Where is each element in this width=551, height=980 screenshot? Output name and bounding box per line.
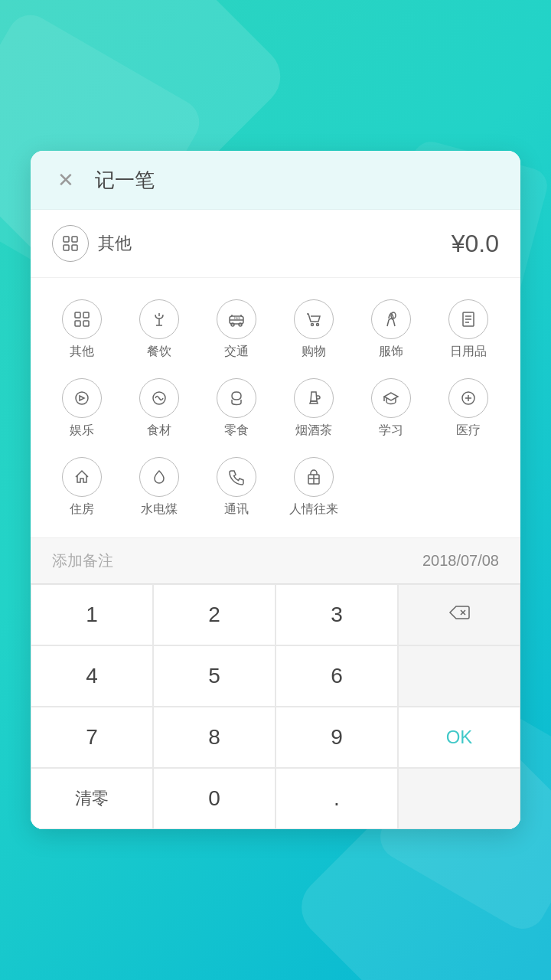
cat-icon-jiaotong: bus	[217, 299, 256, 339]
cat-icon-fushi	[371, 299, 411, 339]
cat-label-shicai: 食材	[147, 423, 171, 439]
svg-rect-1	[72, 237, 77, 242]
note-date-row: 添加备注 2018/07/08	[31, 537, 520, 583]
key-4[interactable]: 4	[31, 645, 153, 707]
cat-item-gouwu[interactable]: 购物	[275, 293, 352, 366]
svg-point-12	[311, 324, 313, 326]
key-empty-1	[398, 645, 520, 707]
amount-row: 其他 ¥0.0	[31, 210, 520, 278]
cat-row-2: 娱乐 食材 零食	[43, 372, 508, 445]
numpad: 1 2 3 4 5 6 7 8 9 OK 清零 0 .	[31, 583, 520, 829]
cat-label-fushi: 服饰	[379, 344, 403, 360]
date-display[interactable]: 2018/07/08	[422, 552, 499, 570]
svg-rect-7	[83, 321, 89, 326]
cat-icon-shicai	[139, 378, 179, 418]
cat-icon-gouwu	[294, 299, 334, 339]
key-7[interactable]: 7	[31, 707, 153, 768]
cat-icon-yule	[62, 378, 102, 418]
category-grid: 其他 餐饮 bus	[31, 278, 520, 537]
key-9[interactable]: 9	[276, 707, 398, 768]
key-dot[interactable]: .	[276, 768, 398, 829]
selected-cat-icon	[52, 225, 89, 262]
cat-label-gouwu: 购物	[302, 344, 326, 360]
svg-rect-6	[75, 321, 80, 326]
key-backspace[interactable]	[398, 584, 520, 645]
cat-label-lingshi: 零食	[224, 423, 249, 439]
cat-row-3: 住房 水电煤 通讯	[43, 451, 508, 524]
selected-category[interactable]: 其他	[52, 225, 132, 262]
cat-icon-renqing	[294, 457, 334, 497]
close-button[interactable]: ✕	[52, 166, 80, 194]
cat-item-yanjiucha[interactable]: 烟酒茶	[275, 372, 352, 445]
cat-item-riyongpin[interactable]: 日用品	[429, 293, 507, 366]
cat-item-renqing[interactable]: 人情往来	[275, 451, 352, 524]
svg-rect-0	[64, 237, 69, 242]
cat-item-canyin[interactable]: 餐饮	[120, 293, 197, 366]
key-empty-2	[398, 768, 520, 829]
key-3[interactable]: 3	[276, 584, 398, 645]
amount-value: ¥0.0	[452, 230, 499, 258]
cat-item-qita[interactable]: 其他	[43, 293, 120, 366]
svg-point-9	[231, 323, 234, 326]
key-1[interactable]: 1	[31, 584, 153, 645]
svg-rect-2	[64, 245, 69, 250]
cat-icon-yiliao	[448, 378, 488, 418]
svg-rect-4	[75, 312, 80, 318]
cat-item-zhufang[interactable]: 住房	[43, 451, 120, 524]
cat-item-shuidianmei[interactable]: 水电煤	[120, 451, 197, 524]
modal-header: ✕ 记一笔	[31, 151, 520, 210]
cat-label-canyin: 餐饮	[147, 344, 171, 360]
key-8[interactable]: 8	[153, 707, 276, 768]
svg-point-16	[76, 392, 88, 404]
modal-title: 记一笔	[95, 167, 155, 194]
cat-icon-zhufang	[62, 457, 102, 497]
backspace-icon	[448, 604, 471, 626]
cat-label-tongxun: 通讯	[224, 501, 249, 518]
selected-cat-label: 其他	[98, 232, 132, 255]
key-0[interactable]: 0	[153, 768, 276, 829]
cat-icon-lingshi	[217, 378, 256, 418]
cat-item-tongxun[interactable]: 通讯	[197, 451, 275, 524]
cat-icon-yanjiucha	[294, 378, 334, 418]
cat-icon-xuexi	[371, 378, 411, 418]
cat-label-riyongpin: 日用品	[450, 344, 487, 360]
svg-point-13	[316, 324, 318, 326]
svg-point-10	[239, 323, 242, 326]
svg-rect-3	[72, 245, 77, 250]
cat-icon-riyongpin	[448, 299, 488, 339]
cat-label-yule: 娱乐	[70, 423, 94, 439]
key-5[interactable]: 5	[153, 645, 276, 707]
key-2[interactable]: 2	[153, 584, 276, 645]
cat-label-zhufang: 住房	[70, 501, 94, 518]
key-6[interactable]: 6	[276, 645, 398, 707]
cat-item-shicai[interactable]: 食材	[120, 372, 197, 445]
cat-item-yule[interactable]: 娱乐	[43, 372, 120, 445]
svg-rect-5	[83, 312, 89, 318]
close-icon: ✕	[57, 168, 74, 192]
cat-icon-shuidianmei	[139, 457, 179, 497]
cat-item-yiliao[interactable]: 医疗	[429, 372, 507, 445]
cat-label-xuexi: 学习	[379, 423, 403, 439]
cat-label-jiaotong: 交通	[224, 344, 249, 360]
cat-label-renqing: 人情往来	[289, 501, 338, 518]
cat-item-fushi[interactable]: 服饰	[352, 293, 429, 366]
expense-modal: ✕ 记一笔 其他 ¥0.0	[31, 151, 520, 829]
cat-icon-qita	[62, 299, 102, 339]
cat-icon-tongxun	[217, 457, 256, 497]
cat-item-jiaotong[interactable]: bus 交通	[197, 293, 275, 366]
cat-item-xuexi[interactable]: 学习	[352, 372, 429, 445]
cat-icon-canyin	[139, 299, 179, 339]
cat-label-yiliao: 医疗	[456, 423, 481, 439]
cat-label-qita: 其他	[70, 344, 94, 360]
key-ok[interactable]: OK	[398, 707, 520, 768]
key-clear[interactable]: 清零	[31, 768, 153, 829]
cat-item-lingshi[interactable]: 零食	[197, 372, 275, 445]
note-placeholder[interactable]: 添加备注	[52, 550, 113, 571]
cat-label-shuidianmei: 水电煤	[141, 501, 178, 518]
cat-row-1: 其他 餐饮 bus	[43, 293, 508, 366]
svg-text:bus: bus	[234, 315, 241, 320]
cat-label-yanjiucha: 烟酒茶	[295, 423, 332, 439]
